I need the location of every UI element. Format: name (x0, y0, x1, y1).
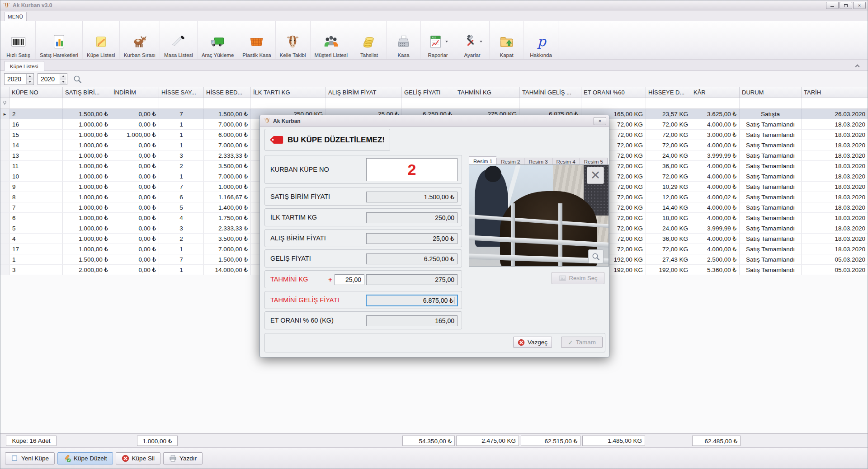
tamam-button[interactable]: ✓ Tamam (561, 337, 603, 348)
tahmini-kg-input[interactable]: 275,00 (366, 274, 458, 285)
ribbon-button-ayarlar[interactable]: Ayarlar (455, 21, 490, 59)
grid-cell[interactable]: 13 (9, 150, 63, 160)
grid-cell[interactable]: 4.000,00 ₺ (691, 171, 740, 181)
grid-cell[interactable]: 3.625,00 ₺ (691, 109, 740, 119)
grid-cell[interactable]: 0,00 ₺ (111, 182, 159, 192)
grid-cell[interactable]: 3.999,99 ₺ (691, 223, 740, 233)
filter-cell[interactable] (159, 98, 204, 108)
et-orani-input[interactable]: 165,00 (366, 315, 458, 326)
grid-cell[interactable]: 5 (159, 202, 204, 212)
grid-cell[interactable]: 24,00 KG (646, 223, 691, 233)
grid-cell[interactable]: 4.000,00 ₺ (691, 161, 740, 171)
grid-cell[interactable]: 17 (9, 244, 63, 254)
spin-down-icon[interactable] (60, 80, 66, 84)
kupe-no-input[interactable]: 2 (366, 158, 458, 181)
grid-cell[interactable]: Satış Tamamlandı (740, 192, 802, 202)
gelis-fiyati-input[interactable]: 6.250,00 ₺ (366, 253, 458, 264)
grid-cell[interactable]: 7 (9, 202, 63, 212)
grid-cell[interactable]: 4.000,02 ₺ (691, 192, 740, 202)
tab-menu[interactable]: MENÜ (4, 12, 27, 21)
column-header[interactable]: SATIŞ BİRİ... (63, 87, 111, 98)
grid-cell[interactable]: 1.000,00 ₺ (63, 192, 111, 202)
grid-cell[interactable]: 2 (159, 234, 204, 244)
grid-cell[interactable]: 5.360,00 ₺ (691, 265, 740, 275)
grid-cell[interactable]: 3.999,99 ₺ (691, 150, 740, 160)
grid-cell[interactable]: Satış Tamamlandı (740, 254, 802, 264)
grid-cell[interactable]: 1.000,00 ₺ (63, 182, 111, 192)
minimize-button[interactable] (826, 2, 839, 9)
ilk-tartim-input[interactable]: 250,00 (366, 212, 458, 223)
vazgec-button[interactable]: Vazgeç (513, 337, 552, 348)
grid-cell[interactable]: 1.000,00 ₺ (204, 182, 251, 192)
filter-cell[interactable] (111, 98, 159, 108)
filter-cell[interactable] (520, 98, 581, 108)
ribbon-button-arac-yukleme[interactable]: Araç Yükleme (198, 21, 238, 59)
grid-cell[interactable]: 72,00 KG (646, 130, 691, 140)
ribbon-button-tahsilat[interactable]: Tahsilat (352, 21, 387, 59)
grid-cell[interactable]: Satış Tamamlandı (740, 234, 802, 244)
grid-cell[interactable]: 72,00 KG (646, 244, 691, 254)
column-header[interactable]: KÂR (691, 87, 740, 98)
ribbon-button-hakkinda[interactable]: pHakkında (524, 21, 558, 59)
grid-cell[interactable]: 26.03.2020 (802, 109, 868, 119)
grid-cell[interactable]: 1.000,00 ₺ (63, 234, 111, 244)
grid-cell[interactable]: 4.000,00 ₺ (691, 182, 740, 192)
grid-cell[interactable]: 3.500,00 ₺ (204, 234, 251, 244)
column-header[interactable]: TARİH (802, 87, 868, 98)
grid-cell[interactable]: Satış Tamamlandı (740, 213, 802, 223)
filter-cell[interactable] (9, 98, 63, 108)
grid-cell[interactable]: 0,00 ₺ (111, 171, 159, 181)
grid-cell[interactable]: 0,00 ₺ (111, 234, 159, 244)
grid-cell[interactable]: 14,40 KG (646, 202, 691, 212)
filter-cell[interactable] (63, 98, 111, 108)
grid-cell[interactable]: 1.400,00 ₺ (204, 202, 251, 212)
grid-cell[interactable]: 7.000,00 ₺ (204, 244, 251, 254)
grid-cell[interactable]: 1.000,00 ₺ (63, 161, 111, 171)
grid-cell[interactable]: 18.03.2020 (802, 192, 868, 202)
grid-cell[interactable]: 5 (9, 223, 63, 233)
grid-cell[interactable]: 1.000,00 ₺ (63, 171, 111, 181)
grid-cell[interactable]: 0,00 ₺ (111, 150, 159, 160)
grid-cell[interactable]: Satış Tamamlandı (740, 171, 802, 181)
grid-cell[interactable]: 4.000,00 ₺ (691, 244, 740, 254)
column-header[interactable]: ET ORANI %60 (581, 87, 646, 98)
filter-cell[interactable] (402, 98, 455, 108)
grid-cell[interactable]: Satış Tamamlandı (740, 202, 802, 212)
ribbon-button-plastik-kasa[interactable]: Plastik Kasa (238, 21, 275, 59)
grid-cell[interactable]: 1.500,00 ₺ (63, 109, 111, 119)
ribbon-button-masa-listesi[interactable]: Masa Listesi (160, 21, 198, 59)
grid-cell[interactable]: 72,00 KG (646, 171, 691, 181)
grid-cell[interactable]: 6.000,00 ₺ (204, 130, 251, 140)
grid-cell[interactable]: Satış Tamamlandı (740, 140, 802, 150)
grid-cell[interactable]: 1.000,00 ₺ (63, 202, 111, 212)
yazdir-button[interactable]: Yazdır (163, 452, 203, 464)
kupe-duzelt-button[interactable]: Küpe Düzelt (57, 452, 113, 464)
grid-cell[interactable]: 14.000,00 ₺ (204, 265, 251, 275)
grid-cell[interactable]: 1 (159, 244, 204, 254)
grid-cell[interactable]: 3 (9, 265, 63, 275)
collapse-ribbon-button[interactable] (852, 62, 862, 69)
grid-cell[interactable]: 1.500,00 ₺ (204, 109, 251, 119)
filter-cell[interactable] (581, 98, 646, 108)
column-header[interactable]: HİSSEYE D... (646, 87, 691, 98)
grid-cell[interactable]: 4 (159, 213, 204, 223)
grid-cell[interactable]: 192,00 KG (646, 265, 691, 275)
filter-cell[interactable] (251, 98, 326, 108)
resim-sec-button[interactable]: Resim Seç (552, 272, 604, 284)
grid-cell[interactable]: 1.000,00 ₺ (63, 140, 111, 150)
grid-cell[interactable]: 1 (159, 130, 204, 140)
grid-cell[interactable]: 1.500,00 ₺ (63, 254, 111, 264)
grid-cell[interactable]: 1 (159, 140, 204, 150)
column-header[interactable]: İNDİRİM (111, 87, 159, 98)
grid-cell[interactable]: 10 (9, 171, 63, 181)
grid-cell[interactable]: Satış Tamamlandı (740, 119, 802, 129)
grid-cell[interactable]: 18.03.2020 (802, 202, 868, 212)
filter-cell[interactable] (646, 98, 691, 108)
grid-cell[interactable]: 16 (9, 119, 63, 129)
grid-cell[interactable]: 7.000,00 ₺ (204, 119, 251, 129)
ribbon-button-kapat[interactable]: Kapat (490, 21, 524, 59)
grid-cell[interactable]: 2 (9, 109, 63, 119)
grid-cell[interactable]: Satış Tamamlandı (740, 244, 802, 254)
grid-cell[interactable]: Satış Tamamlandı (740, 223, 802, 233)
grid-cell[interactable]: 4.000,00 ₺ (691, 119, 740, 129)
